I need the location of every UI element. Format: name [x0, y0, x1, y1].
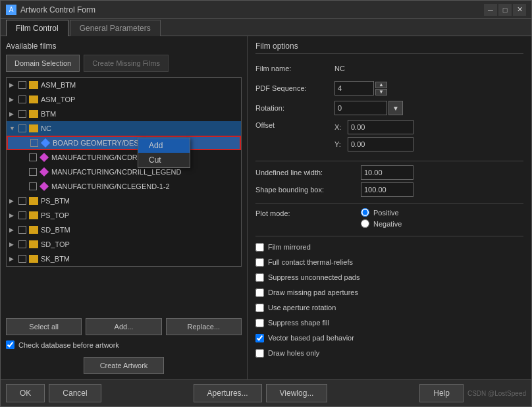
arrow-btm [9, 111, 17, 117]
check-database-checkbox[interactable] [6, 340, 14, 349]
context-menu-add[interactable]: Add [138, 138, 190, 153]
check-sd-top [18, 240, 26, 248]
title-bar: A Artwork Control Form ─ □ ✕ [1, 1, 531, 19]
check-btm [18, 110, 26, 118]
label-sd-btm: SD_BTM [41, 226, 70, 234]
tree-item-btm[interactable]: BTM [7, 107, 241, 121]
rotation-dropdown-button[interactable]: ▼ [388, 101, 403, 115]
folder-sd-top [29, 240, 38, 248]
offset-x-input[interactable] [348, 120, 413, 134]
bottom-bar: OK Cancel Apertures... Viewlog... Help C… [1, 379, 531, 406]
tree-item-sd-top[interactable]: SD_TOP [7, 237, 241, 252]
check-board-geom [30, 139, 38, 147]
arrow-asm-btm [9, 82, 17, 88]
film-mirrored-checkbox[interactable] [255, 243, 264, 252]
label-ps-top: PS_TOP [41, 211, 69, 219]
tree-item-ncdrill-figure[interactable]: MANUFACTURING/NCDRILL_FIGURE [7, 150, 241, 165]
pdf-seq-down-button[interactable]: ▼ [375, 89, 387, 95]
pdf-sequence-row: PDF Sequence: ▲ ▼ [255, 80, 523, 96]
draw-holes-label: Draw holes only [268, 349, 319, 357]
left-panel: Available films Domain Selection Create … [1, 36, 248, 379]
apertures-button[interactable]: Apertures... [194, 384, 262, 402]
draw-holes-checkbox[interactable] [255, 349, 264, 358]
film-tree[interactable]: ASM_BTM ASM_TOP BTM [6, 77, 242, 267]
maximize-button[interactable]: □ [498, 4, 512, 16]
rotation-label: Rotation: [255, 104, 334, 112]
offset-section: X: Y: [334, 120, 413, 151]
tree-item-ncdrill-legend[interactable]: MANUFACTURING/NCDRILL_LEGEND [7, 165, 241, 179]
diamond-blue-board-geom [41, 138, 50, 148]
tree-item-nclegend[interactable]: MANUFACTURING/NCLEGEND-1-2 [7, 179, 241, 194]
diamond-pink-ncdrill-figure [40, 153, 49, 162]
watermark: CSDN @LostSpeed [467, 390, 526, 397]
folder-asm-top [29, 95, 38, 103]
film-name-label: Film name: [255, 65, 334, 72]
folder-ps-top [29, 211, 38, 219]
arrow-nc [9, 125, 17, 132]
suppress-unconnected-checkbox[interactable] [255, 273, 264, 282]
help-button[interactable]: Help [419, 384, 464, 402]
tab-film-control[interactable]: Film Control [6, 20, 68, 36]
viewlog-button[interactable]: Viewlog... [266, 384, 328, 402]
shape-bounding-box-input[interactable] [361, 182, 413, 197]
plot-negative-label: Negative [373, 220, 402, 228]
app-icon: A [6, 5, 16, 15]
undefined-line-width-label: Undefined line width: [255, 169, 361, 176]
film-name-value: NC [334, 65, 345, 72]
create-artwork-button[interactable]: Create Artwork [84, 357, 165, 374]
tree-item-board-geom[interactable]: BOARD GEOMETRY/DESIGN_OUTLINE [7, 136, 241, 150]
content-area: Available films Domain Selection Create … [1, 36, 531, 379]
film-mirrored-label: Film mirrored [268, 243, 311, 251]
tree-item-asm-btm[interactable]: ASM_BTM [7, 78, 241, 92]
window-title: Artwork Control Form [20, 5, 484, 14]
pdf-sequence-label: PDF Sequence: [255, 84, 334, 92]
add-button[interactable]: Add... [86, 318, 161, 335]
available-films-label: Available films [6, 41, 242, 51]
tree-item-sk-btm[interactable]: SK_BTM [7, 252, 241, 266]
tab-general-parameters[interactable]: General Parameters [70, 20, 161, 36]
folder-nc [29, 124, 38, 132]
create-missing-button[interactable]: Create Missing Films [84, 55, 169, 72]
minimize-button[interactable]: ─ [484, 4, 497, 16]
suppress-shape-checkbox[interactable] [255, 319, 264, 327]
tree-item-ps-btm[interactable]: PS_BTM [7, 194, 241, 208]
draw-missing-label: Draw missing pad apertures [268, 288, 358, 296]
pdf-seq-up-button[interactable]: ▲ [375, 82, 387, 88]
label-asm-btm: ASM_BTM [41, 81, 76, 89]
tree-item-nc[interactable]: NC [7, 121, 241, 136]
arrow-asm-top [9, 96, 17, 103]
plot-negative-radio[interactable] [361, 219, 369, 228]
cancel-button[interactable]: Cancel [49, 384, 101, 402]
draw-missing-checkbox[interactable] [255, 288, 264, 297]
shape-bounding-box-label: Shape bounding box: [255, 186, 361, 194]
check-use-aperture: Use aperture rotation [255, 301, 523, 314]
tree-item-asm-top[interactable]: ASM_TOP [7, 92, 241, 107]
offset-row: Offset X: Y: [255, 120, 523, 151]
check-database-label: Check database before artwork [18, 341, 119, 349]
replace-button[interactable]: Replace... [166, 318, 242, 335]
pdf-sequence-input[interactable] [334, 81, 374, 95]
domain-selection-button[interactable]: Domain Selection [6, 55, 80, 72]
check-asm-top [18, 95, 26, 103]
check-sd-btm [18, 226, 26, 234]
ok-button[interactable]: OK [6, 384, 45, 402]
tree-item-ps-top[interactable]: PS_TOP [7, 208, 241, 223]
tree-wrapper: ASM_BTM ASM_TOP BTM [6, 77, 242, 313]
tree-item-sd-btm[interactable]: SD_BTM [7, 223, 241, 237]
select-all-button[interactable]: Select all [6, 318, 82, 335]
check-film-mirrored: Film mirrored [255, 240, 523, 254]
plot-positive-radio[interactable] [361, 208, 369, 217]
plot-mode-radio-group: Positive Negative [361, 208, 402, 228]
offset-y-input[interactable] [348, 137, 413, 151]
vector-based-checkbox[interactable] [255, 334, 264, 342]
context-menu-cut[interactable]: Cut [138, 153, 190, 167]
label-btm: BTM [41, 110, 56, 118]
use-aperture-checkbox[interactable] [255, 304, 264, 312]
main-window: A Artwork Control Form ─ □ ✕ Film Contro… [0, 0, 532, 407]
rotation-input[interactable] [334, 101, 387, 115]
full-contact-checkbox[interactable] [255, 258, 264, 267]
close-button[interactable]: ✕ [513, 4, 526, 16]
tab-bar: Film Control General Parameters [1, 19, 531, 36]
undefined-line-width-input[interactable] [361, 165, 413, 180]
check-vector-based: Vector based pad behavior [255, 331, 523, 344]
